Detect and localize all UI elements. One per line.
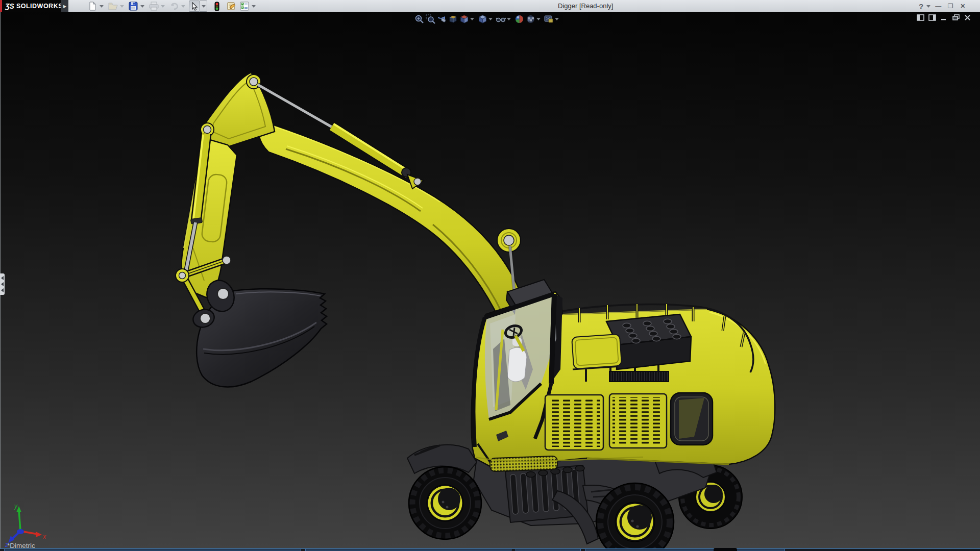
standard-toolbar: [87, 0, 259, 12]
triad-x-label: x: [42, 533, 46, 540]
wheel-front-left[interactable]: [409, 467, 481, 539]
graphics-viewport[interactable]: x y z *Dimetric: [0, 12, 980, 548]
options-icon[interactable]: [239, 1, 250, 12]
taskbar-button[interactable]: [4, 549, 301, 551]
digger-3d-model[interactable]: x y z: [0, 12, 980, 548]
solidworks-logo: ƷS SOLIDWORKS: [2, 0, 61, 12]
save-icon[interactable]: [128, 1, 139, 12]
select-caret-button[interactable]: [200, 1, 207, 12]
brand-name: SOLIDWORKS: [16, 3, 63, 10]
boom-head-triangle[interactable]: [201, 72, 275, 147]
rebuild-traffic-light-icon[interactable]: [211, 1, 223, 12]
triad-y-label: y: [14, 503, 18, 510]
options-caret[interactable]: [252, 5, 256, 8]
print-caret[interactable]: [161, 5, 165, 8]
new-caret[interactable]: [100, 5, 104, 8]
select-arrow-button[interactable]: [189, 1, 200, 12]
save-caret[interactable]: [140, 5, 144, 8]
titlebar: ƷS SOLIDWORKS ▶ Digger: [0, 0, 980, 12]
taskbar-button[interactable]: [305, 549, 511, 551]
app-close-button[interactable]: ✕: [958, 3, 967, 10]
window-title: Digger [Read-only]: [558, 2, 613, 10]
help-caret[interactable]: [926, 5, 930, 8]
taskbar-button[interactable]: [585, 549, 785, 551]
taskbar-notch: [714, 548, 737, 551]
print-icon[interactable]: [148, 1, 159, 12]
app-restore-button[interactable]: ❐: [946, 3, 955, 10]
app-minimize-button[interactable]: —: [934, 3, 943, 10]
file-properties-icon[interactable]: [226, 1, 237, 12]
feature-panel-splitter[interactable]: [0, 273, 5, 295]
vent-grille-right: [609, 394, 667, 448]
undo-caret[interactable]: [181, 5, 185, 8]
bucket[interactable]: [191, 277, 327, 387]
open-icon[interactable]: [107, 1, 118, 12]
menu-flyout-button[interactable]: ▶: [61, 0, 68, 12]
titlebar-controls: ? — ❐ ✕: [919, 0, 967, 12]
help-button[interactable]: ?: [919, 2, 923, 11]
open-caret[interactable]: [120, 5, 124, 8]
new-document-icon[interactable]: [87, 1, 98, 12]
upper-body[interactable]: [471, 280, 775, 471]
undo-icon[interactable]: [168, 1, 180, 12]
rear-side-window: [671, 393, 713, 445]
ds-logo-glyph: ƷS: [5, 2, 14, 10]
vent-grille-left: [545, 395, 603, 450]
taskbar-button[interactable]: [516, 549, 581, 551]
taskbar-edge[interactable]: [0, 548, 980, 551]
